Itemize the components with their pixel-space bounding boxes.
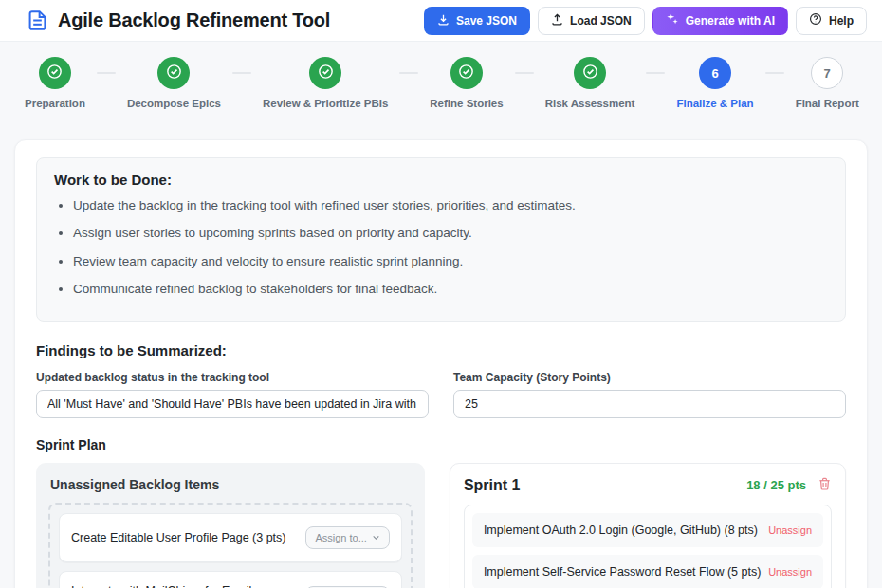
- step-number: 7: [811, 57, 843, 89]
- stepper-connector: [232, 72, 251, 74]
- stepper-connector: [515, 72, 534, 74]
- field-label: Team Capacity (Story Points): [453, 371, 846, 384]
- stepper-step-review-prioritize[interactable]: Review & Prioritize PBIs: [263, 57, 388, 109]
- work-item: Communicate refined backlog to stakehold…: [73, 280, 828, 299]
- unassign-button[interactable]: Unassign: [768, 524, 812, 536]
- stepper-step-decompose-epics[interactable]: Decompose Epics: [127, 57, 221, 109]
- save-json-button[interactable]: Save JSON: [424, 7, 530, 35]
- help-button[interactable]: Help: [796, 7, 867, 35]
- unassigned-backlog-panel: Unassigned Backlog Items Create Editable…: [36, 463, 425, 588]
- sprints-column: Sprint 1 18 / 25 pts: [450, 463, 846, 588]
- sprint-name: Sprint 1: [464, 477, 521, 494]
- sprint-item[interactable]: Implement Self-Service Password Reset Fl…: [472, 555, 823, 588]
- stepper-step-preparation[interactable]: Preparation: [25, 57, 85, 109]
- generate-with-ai-button[interactable]: Generate with AI: [652, 7, 788, 35]
- work-item: Review team capacity and velocity to ens…: [73, 252, 828, 271]
- sprint-plan-heading: Sprint Plan: [36, 437, 846, 452]
- main-content-card: Work to be Done: Update the backlog in t…: [14, 139, 868, 588]
- sparkles-icon: [666, 12, 679, 28]
- field-backlog-status: Updated backlog status in the tracking t…: [36, 371, 429, 418]
- field-label: Updated backlog status in the tracking t…: [36, 371, 429, 384]
- backlog-item-label: Integrate with MailChimp for Email Campa…: [71, 584, 305, 588]
- workflow-stepper: Preparation Decompose Epics Review & Pri…: [0, 42, 882, 109]
- sprint-1-card: Sprint 1 18 / 25 pts: [450, 463, 846, 588]
- header-actions: Save JSON Load JSON Generate with AI: [424, 7, 867, 35]
- load-json-button[interactable]: Load JSON: [538, 7, 645, 35]
- trash-icon: [818, 476, 832, 494]
- chevron-down-icon: [372, 532, 380, 543]
- backlog-item[interactable]: Create Editable User Profile Page (3 pts…: [59, 513, 402, 562]
- sprint-items-container: Implement OAuth 2.0 Login (Google, GitHu…: [464, 505, 832, 588]
- stepper-connector: [97, 72, 116, 74]
- download-icon: [437, 13, 450, 28]
- check-circle-icon: [457, 63, 475, 83]
- stepper-step-refine-stories[interactable]: Refine Stories: [430, 57, 503, 109]
- work-item: Assign user stories to upcoming sprints …: [73, 224, 828, 243]
- findings-heading: Findings to be Summarized:: [36, 342, 846, 358]
- step-number: 6: [699, 57, 731, 89]
- stepper-connector: [399, 72, 418, 74]
- check-circle-icon: [165, 63, 183, 83]
- unassign-button[interactable]: Unassign: [768, 566, 812, 578]
- findings-fields: Updated backlog status in the tracking t…: [36, 371, 846, 418]
- upload-icon: [551, 13, 563, 28]
- stepper-connector: [646, 72, 665, 74]
- page-title: Agile Backlog Refinement Tool: [58, 9, 330, 31]
- stepper-connector: [765, 72, 784, 74]
- assign-to-select[interactable]: Assign to...: [305, 526, 389, 549]
- work-item: Update the backlog in the tracking tool …: [73, 196, 828, 215]
- check-circle-icon: [581, 63, 599, 83]
- work-items-list: Update the backlog in the tracking tool …: [54, 196, 828, 299]
- unassigned-title: Unassigned Backlog Items: [50, 477, 413, 492]
- delete-sprint-button[interactable]: [818, 476, 832, 494]
- sprint-points-badge: 18 / 25 pts: [746, 478, 806, 492]
- stepper-step-risk-assessment[interactable]: Risk Assessment: [545, 57, 635, 109]
- backlog-item[interactable]: Integrate with MailChimp for Email Campa…: [59, 571, 402, 588]
- backlog-status-input[interactable]: [36, 390, 429, 418]
- sprint-item-label: Implement OAuth 2.0 Login (Google, GitHu…: [484, 524, 758, 537]
- work-to-be-done-box: Work to be Done: Update the backlog in t…: [36, 157, 846, 322]
- check-circle-icon: [46, 63, 64, 83]
- check-circle-icon: [317, 63, 335, 83]
- stepper-step-final-report[interactable]: 7 Final Report: [796, 57, 859, 109]
- app-header: Agile Backlog Refinement Tool Save JSON …: [0, 0, 882, 42]
- question-circle-icon: [809, 12, 822, 28]
- team-capacity-input[interactable]: [453, 390, 846, 418]
- sprint-item[interactable]: Implement OAuth 2.0 Login (Google, GitHu…: [472, 513, 823, 547]
- unassigned-dropzone[interactable]: Create Editable User Profile Page (3 pts…: [48, 503, 413, 588]
- backlog-item-label: Create Editable User Profile Page (3 pts…: [71, 531, 286, 544]
- stepper-step-finalize-plan[interactable]: 6 Finalize & Plan: [676, 57, 753, 109]
- work-title: Work to be Done:: [54, 172, 828, 188]
- field-team-capacity: Team Capacity (Story Points): [453, 371, 846, 418]
- sprint-item-label: Implement Self-Service Password Reset Fl…: [484, 565, 761, 579]
- document-icon: [27, 9, 48, 31]
